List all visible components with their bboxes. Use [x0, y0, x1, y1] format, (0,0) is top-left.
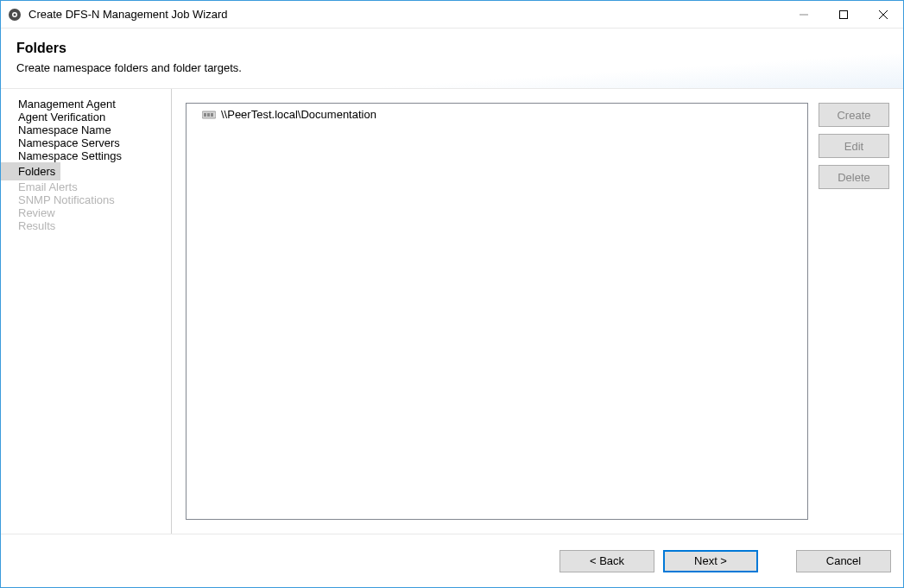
app-icon	[8, 8, 22, 22]
window-controls	[784, 1, 903, 28]
window-title: Create DFS-N Management Job Wizard	[28, 8, 784, 21]
titlebar: Create DFS-N Management Job Wizard	[1, 1, 903, 28]
close-button[interactable]	[863, 1, 903, 28]
cancel-button[interactable]: Cancel	[796, 550, 891, 572]
folder-tree[interactable]: \\PeerTest.local\Documentation	[186, 103, 808, 520]
create-button[interactable]: Create	[819, 103, 889, 127]
wizard-body: Management Agent Agent Verification Name…	[1, 89, 903, 534]
delete-button[interactable]: Delete	[819, 165, 889, 189]
edit-button[interactable]: Edit	[819, 134, 889, 158]
svg-point-2	[14, 13, 16, 16]
wizard-steps-sidebar: Management Agent Agent Verification Name…	[1, 89, 172, 534]
step-results: Results	[1, 217, 60, 235]
namespace-icon	[202, 110, 216, 120]
page-description: Create namespace folders and folder targ…	[16, 61, 888, 74]
svg-rect-9	[207, 113, 210, 117]
tree-item[interactable]: \\PeerTest.local\Documentation	[192, 107, 802, 122]
svg-rect-4	[840, 10, 848, 18]
wizard-window: Create DFS-N Management Job Wizard Fold	[0, 0, 904, 588]
minimize-icon	[800, 10, 808, 19]
action-buttons: Create Edit Delete	[819, 103, 889, 520]
maximize-button[interactable]	[824, 1, 863, 28]
next-button[interactable]: Next >	[663, 550, 758, 572]
svg-rect-10	[211, 113, 213, 117]
close-icon	[879, 10, 888, 19]
tree-item-label: \\PeerTest.local\Documentation	[221, 108, 376, 121]
page-title: Folders	[16, 41, 888, 56]
wizard-header: Folders Create namespace folders and fol…	[1, 28, 903, 89]
maximize-icon	[839, 10, 848, 19]
minimize-button[interactable]	[784, 1, 824, 28]
content-area: \\PeerTest.local\Documentation Create Ed…	[172, 89, 903, 534]
back-button[interactable]: < Back	[559, 550, 654, 572]
svg-rect-8	[204, 113, 206, 117]
wizard-footer: < Back Next > Cancel	[1, 534, 903, 587]
